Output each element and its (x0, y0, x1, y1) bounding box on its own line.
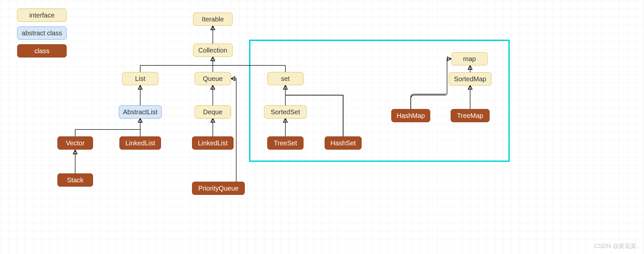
node-deque: Deque (195, 105, 231, 119)
node-collection: Collection (193, 44, 233, 57)
watermark-text: CSDN @黄花菜. (594, 242, 638, 250)
node-treeset: TreeSet (267, 136, 304, 150)
diagram-canvas: interface abstract class class Iterable … (0, 0, 644, 254)
node-stack: Stack (57, 173, 93, 187)
node-sortedset: SortedSet (264, 105, 307, 119)
node-treemap: TreeMap (451, 109, 490, 122)
legend-class: class (17, 44, 67, 57)
node-set: set (267, 72, 304, 85)
legend-abstract-class: abstract class (17, 26, 67, 40)
node-iterable: Iterable (193, 13, 233, 26)
node-priorityqueue: PriorityQueue (192, 182, 245, 195)
node-abstractlist: AbstractList (119, 105, 162, 119)
node-sortedmap: SortedMap (449, 72, 492, 86)
node-queue: Queue (195, 72, 231, 85)
legend-interface: interface (17, 9, 67, 22)
node-hashmap: HashMap (391, 109, 430, 122)
node-list: List (122, 72, 158, 85)
node-vector: Vector (57, 136, 93, 150)
node-map: map (451, 52, 488, 65)
node-linkedlist-2: LinkedList (192, 136, 234, 150)
node-linkedlist-1: LinkedList (119, 136, 161, 150)
node-hashset: HashSet (325, 136, 362, 150)
